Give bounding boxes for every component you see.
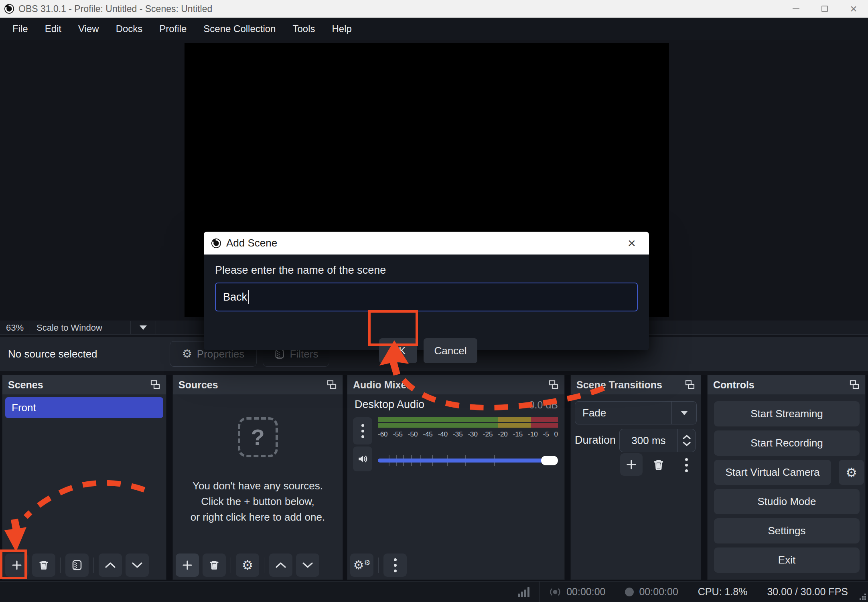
meter-tick-labels: -60-55 -50-45 -40-35 -30-25 -20-15 -10-5… — [378, 430, 558, 438]
minimize-button[interactable] — [781, 0, 810, 18]
scene-name-value: Back — [223, 291, 247, 303]
source-move-up-button[interactable] — [269, 554, 292, 577]
question-icon: ? — [238, 417, 278, 457]
fps-indicator: 30.00 / 30.00 FPS — [757, 582, 858, 602]
sources-title: Sources — [178, 379, 218, 391]
scale-mode-label: Scale to Window — [30, 321, 130, 334]
scene-item-front[interactable]: Front — [5, 397, 163, 418]
close-button[interactable]: × — [839, 0, 868, 18]
add-source-button[interactable] — [176, 554, 199, 577]
transition-value: Fade — [575, 407, 671, 419]
ok-button[interactable]: OK — [379, 338, 417, 363]
scene-name: Front — [12, 402, 36, 414]
menu-tools[interactable]: Tools — [284, 18, 323, 40]
mixer-channel-menu-button[interactable] — [353, 417, 372, 444]
popout-icon[interactable] — [548, 380, 559, 390]
remove-transition-button[interactable] — [649, 456, 668, 474]
menu-docks[interactable]: Docks — [107, 18, 151, 40]
scenes-toolbar — [2, 551, 166, 580]
spinner-down-icon[interactable] — [683, 442, 691, 446]
menubar: File Edit View Docks Profile Scene Colle… — [0, 18, 868, 40]
scene-name-input[interactable]: Back — [215, 283, 638, 311]
audio-mixer-panel: Audio Mixer Desktop Audio 0.0 dB -60-55 — [347, 375, 565, 580]
scenes-panel: Scenes Front — [2, 375, 166, 580]
mute-toggle-button[interactable] — [353, 446, 372, 471]
advanced-audio-button[interactable]: ⚙⚙ — [350, 554, 373, 577]
sources-empty-line1: You don't have any sources. — [193, 478, 323, 494]
start-recording-button[interactable]: Start Recording — [714, 430, 860, 456]
dialog-titlebar: Add Scene × — [204, 232, 649, 255]
start-streaming-button[interactable]: Start Streaming — [714, 401, 860, 426]
close-icon: × — [850, 3, 857, 15]
status-bar: 00:00:00 00:00:00 CPU: 1.8% 30.00 / 30.0… — [0, 581, 868, 602]
add-scene-dialog: Add Scene × Please enter the name of the… — [204, 232, 649, 350]
dots-vertical-icon — [361, 424, 364, 438]
source-move-down-button[interactable] — [296, 554, 319, 577]
volume-slider[interactable] — [378, 455, 558, 466]
cpu-usage: CPU: 1.8% — [688, 582, 757, 602]
gear-icon: ⚙ — [242, 559, 254, 572]
menu-edit[interactable]: Edit — [37, 18, 70, 40]
scene-transitions-panel: Scene Transitions Fade Duration 300 ms — [570, 375, 701, 580]
popout-icon[interactable] — [150, 380, 160, 390]
scene-filters-button[interactable] — [65, 554, 89, 577]
menu-view[interactable]: View — [70, 18, 107, 40]
stream-timer: 00:00:00 — [539, 582, 615, 602]
gear-icon: ⚙ — [846, 466, 857, 479]
popout-icon[interactable] — [849, 380, 860, 390]
record-time: 00:00:00 — [639, 586, 678, 598]
double-gear-icon: ⚙⚙ — [353, 559, 370, 571]
gear-icon: ⚙ — [182, 348, 192, 360]
transition-select[interactable]: Fade — [575, 401, 697, 424]
volume-handle[interactable] — [541, 456, 558, 465]
scene-move-up-button[interactable] — [99, 554, 122, 577]
mixer-menu-button[interactable] — [383, 554, 407, 577]
duration-label: Duration — [575, 434, 616, 446]
text-caret — [248, 290, 249, 304]
exit-button[interactable]: Exit — [714, 547, 860, 573]
scene-move-down-button[interactable] — [126, 554, 149, 577]
dock-area: Scenes Front — [0, 375, 868, 580]
popout-icon[interactable] — [685, 380, 695, 390]
virtual-camera-settings-button[interactable]: ⚙ — [839, 460, 864, 485]
resize-grip[interactable] — [859, 593, 867, 601]
studio-mode-button[interactable]: Studio Mode — [714, 489, 860, 514]
dialog-close-button[interactable]: × — [622, 232, 642, 255]
maximize-button[interactable] — [810, 0, 839, 18]
dots-vertical-icon — [394, 558, 397, 572]
duration-spinbox[interactable]: 300 ms — [619, 429, 696, 452]
menu-profile[interactable]: Profile — [151, 18, 195, 40]
add-transition-button[interactable] — [620, 453, 643, 476]
menu-scene-collection[interactable]: Scene Collection — [195, 18, 284, 40]
remove-source-button[interactable] — [203, 554, 226, 577]
record-timer: 00:00:00 — [615, 582, 688, 602]
start-virtual-camera-button[interactable]: Start Virtual Camera — [714, 460, 831, 485]
popout-icon[interactable] — [327, 380, 337, 390]
record-icon — [625, 588, 634, 596]
menu-help[interactable]: Help — [323, 18, 360, 40]
menu-file[interactable]: File — [4, 18, 37, 40]
sources-empty-line2: Click the + button below, — [201, 494, 314, 509]
dialog-prompt: Please enter the name of the scene — [215, 264, 386, 277]
controls-panel: Controls Start Streaming Start Recording… — [707, 375, 866, 580]
spinner-up-icon[interactable] — [683, 435, 691, 439]
transition-menu-button[interactable] — [678, 456, 694, 474]
mixer-level-db: 0.0 dB — [529, 399, 558, 411]
scenes-title: Scenes — [8, 379, 43, 391]
chevron-up-icon — [105, 562, 116, 568]
speaker-icon — [357, 453, 368, 465]
obs-logo-icon — [4, 4, 14, 14]
titlebar: OBS 31.0.1 - Profile: Untitled - Scenes:… — [0, 0, 868, 18]
zoom-level: 63% — [0, 321, 30, 334]
source-properties-button[interactable]: ⚙ — [236, 554, 259, 577]
audio-level-meter — [378, 417, 558, 428]
scale-mode-dropdown[interactable] — [131, 321, 156, 334]
cancel-button[interactable]: Cancel — [424, 338, 477, 363]
mixer-toolbar: ⚙⚙ — [347, 551, 564, 580]
settings-button[interactable]: Settings — [714, 518, 860, 543]
add-scene-button[interactable] — [5, 554, 28, 577]
remove-scene-button[interactable] — [32, 554, 55, 577]
dots-vertical-icon — [685, 458, 688, 472]
minimize-icon — [793, 8, 799, 9]
plus-icon — [11, 560, 22, 571]
